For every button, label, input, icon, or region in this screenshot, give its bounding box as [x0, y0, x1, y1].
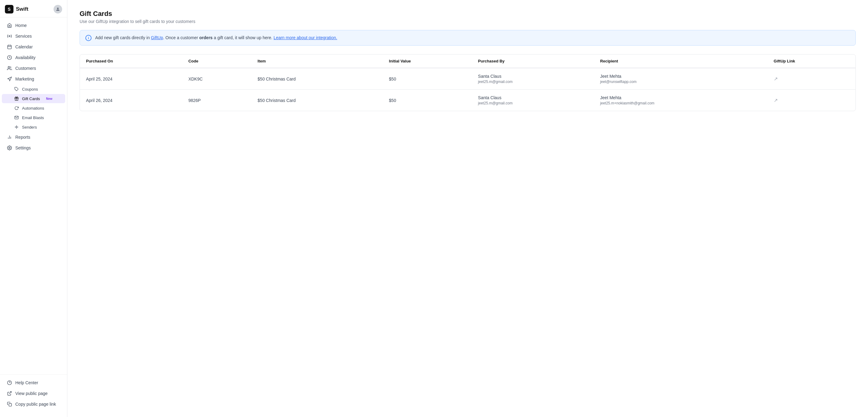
giftup-external-link-icon[interactable]: ↗︎	[774, 98, 778, 103]
sidebar-item-customers-label: Customers	[15, 66, 36, 71]
svg-point-1	[9, 35, 10, 37]
sidebar-item-marketing[interactable]: Marketing	[2, 74, 65, 84]
info-banner: i Add new gift cards directly in GiftUp.…	[80, 30, 856, 46]
sidebar-item-marketing-label: Marketing	[15, 77, 34, 82]
sidebar-footer: Help Center View public page Copy public…	[0, 375, 67, 412]
sidebar-item-customers[interactable]: Customers	[2, 63, 65, 73]
giftup-link[interactable]: GiftUp	[151, 35, 163, 40]
sidebar-item-home-label: Home	[15, 23, 27, 28]
sidebar-item-coupons[interactable]: Coupons	[2, 85, 65, 94]
banner-bold: orders	[199, 35, 213, 40]
sidebar: S Swift Home Services Calendar	[0, 0, 67, 417]
svg-point-7	[8, 66, 9, 68]
settings-icon	[7, 145, 12, 151]
sidebar-item-senders-label: Senders	[22, 125, 37, 129]
table-row: April 25, 2024 XDK9C $50 Christmas Card …	[80, 68, 856, 90]
sidebar-item-calendar-label: Calendar	[15, 44, 33, 49]
sidebar-item-gift-cards[interactable]: Gift Cards New	[2, 94, 65, 103]
sidebar-item-services[interactable]: Services	[2, 31, 65, 41]
automation-icon	[14, 106, 19, 111]
cell-purchased-on: April 26, 2024	[80, 90, 182, 111]
banner-text-3: a gift card, it will show up here.	[213, 35, 274, 40]
recipient-email: jeet25.m+nokiasmith@gmail.com	[600, 101, 762, 105]
sidebar-item-email-blasts[interactable]: Email Blasts	[2, 113, 65, 122]
app-logo-icon: S	[5, 5, 13, 13]
sidebar-nav: Home Services Calendar Availability	[0, 18, 67, 375]
page-subtitle: Use our GiftUp integration to sell gift …	[80, 19, 856, 24]
app-name: Swift	[16, 6, 28, 12]
help-icon	[7, 380, 12, 385]
cell-code: 9826P	[182, 90, 251, 111]
home-icon	[7, 23, 12, 28]
sidebar-item-availability[interactable]: Availability	[2, 52, 65, 63]
sidebar-item-email-blasts-label: Email Blasts	[22, 115, 44, 120]
footer-item-copy-public-page-link[interactable]: Copy public page link	[2, 399, 65, 409]
banner-text-1: Add new gift cards directly in	[95, 35, 151, 40]
col-code: Code	[182, 55, 251, 68]
learn-more-link[interactable]: Learn more about our integration.	[274, 35, 337, 40]
col-initial-value: Initial Value	[383, 55, 472, 68]
recipient-email: jeet@runswiftapp.com	[600, 80, 762, 84]
sidebar-item-calendar[interactable]: Calendar	[2, 42, 65, 52]
col-item: Item	[252, 55, 383, 68]
svg-line-23	[9, 392, 11, 394]
cell-purchased-by: Santa Claus jeet25.m@gmail.com	[472, 90, 594, 111]
sender-icon	[14, 125, 19, 129]
cell-purchased-on: April 25, 2024	[80, 68, 182, 90]
sidebar-item-coupons-label: Coupons	[22, 87, 38, 92]
purchased-by-email: jeet25.m@gmail.com	[478, 101, 588, 105]
banner-text-2: . Once a customer	[163, 35, 199, 40]
svg-point-12	[16, 126, 18, 128]
svg-rect-2	[8, 45, 11, 49]
cell-recipient: Jeet Mehta jeet@runswiftapp.com	[594, 68, 768, 90]
cell-giftup-link: ↗︎	[768, 90, 856, 111]
cell-initial-value: $50	[383, 90, 472, 111]
purchased-by-name: Santa Claus	[478, 95, 588, 100]
footer-item-help-center[interactable]: Help Center	[2, 378, 65, 388]
sidebar-item-services-label: Services	[15, 34, 32, 38]
giftup-external-link-icon[interactable]: ↗︎	[774, 76, 778, 82]
services-icon	[7, 33, 12, 39]
info-icon: i	[85, 35, 92, 41]
user-avatar[interactable]	[54, 5, 62, 13]
sidebar-item-settings[interactable]: Settings	[2, 143, 65, 153]
svg-rect-24	[9, 404, 12, 406]
purchased-by-email: jeet25.m@gmail.com	[478, 80, 588, 84]
col-purchased-by: Purchased By	[472, 55, 594, 68]
cell-recipient: Jeet Mehta jeet25.m+nokiasmith@gmail.com	[594, 90, 768, 111]
footer-item-view-public-page-label: View public page	[15, 391, 48, 396]
recipient-name: Jeet Mehta	[600, 95, 762, 100]
customers-icon	[7, 65, 12, 71]
reports-icon	[7, 135, 12, 140]
recipient-name: Jeet Mehta	[600, 74, 762, 79]
footer-item-help-center-label: Help Center	[15, 380, 38, 385]
sidebar-item-reports-label: Reports	[15, 135, 30, 140]
sidebar-item-reports[interactable]: Reports	[2, 132, 65, 142]
sidebar-item-automations[interactable]: Automations	[2, 103, 65, 113]
logo-area: S Swift	[5, 5, 28, 13]
cell-purchased-by: Santa Claus jeet25.m@gmail.com	[472, 68, 594, 90]
sidebar-item-settings-label: Settings	[15, 145, 31, 150]
sidebar-item-home[interactable]: Home	[2, 20, 65, 31]
col-giftup-link: GiftUp Link	[768, 55, 856, 68]
sidebar-item-senders[interactable]: Senders	[2, 122, 65, 132]
calendar-icon	[7, 44, 12, 50]
gift-cards-data-table: Purchased On Code Item Initial Value Pur…	[80, 55, 856, 111]
page-title: Gift Cards	[80, 10, 856, 18]
cell-code: XDK9C	[182, 68, 251, 90]
copy-icon	[7, 401, 12, 407]
sidebar-header: S Swift	[0, 0, 67, 18]
purchased-by-name: Santa Claus	[478, 74, 588, 79]
footer-item-view-public-page[interactable]: View public page	[2, 388, 65, 399]
cell-giftup-link: ↗︎	[768, 68, 856, 90]
banner-text: Add new gift cards directly in GiftUp. O…	[95, 35, 337, 41]
cell-initial-value: $50	[383, 68, 472, 90]
table-row: April 26, 2024 9826P $50 Christmas Card …	[80, 90, 856, 111]
sidebar-item-availability-label: Availability	[15, 55, 35, 60]
gift-cards-table: Purchased On Code Item Initial Value Pur…	[80, 54, 856, 111]
marketing-icon	[7, 76, 12, 82]
cell-item: $50 Christmas Card	[252, 90, 383, 111]
coupon-icon	[14, 87, 19, 92]
gift-icon	[14, 96, 19, 101]
sidebar-item-gift-cards-label: Gift Cards	[22, 96, 40, 101]
